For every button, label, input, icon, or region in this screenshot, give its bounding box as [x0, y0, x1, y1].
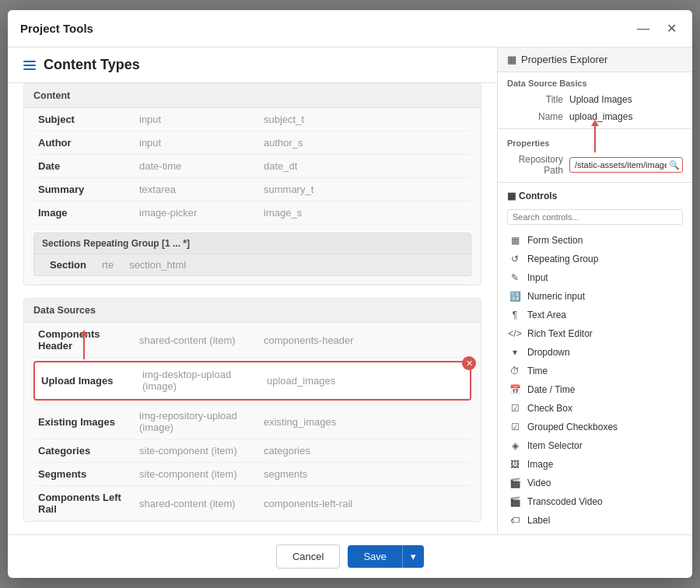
control-label: Input	[527, 272, 548, 283]
ds-name: Components Left Rail	[33, 486, 135, 521]
ds-id: segments	[259, 463, 471, 486]
panel-header: Content Types	[8, 47, 497, 83]
content-table: Subject input subject_t Author input aut…	[33, 108, 471, 285]
refresh-icon: ↺	[509, 253, 521, 265]
time-icon: ⏱	[509, 365, 521, 377]
control-label: Label	[527, 515, 550, 526]
datasources-section-body: Components Header shared-content (item) …	[24, 323, 481, 521]
title-prop-row: Title Upload Images	[498, 91, 692, 108]
ds-type: img-repository-upload(image)	[135, 404, 259, 439]
upload-images-name: Upload Images	[35, 362, 136, 399]
table-row: Subject input subject_t	[33, 108, 471, 131]
repeating-group-body: Section rte section_html	[34, 254, 471, 275]
control-item-transcoded-video[interactable]: 🎬 Transcoded Video	[498, 492, 692, 511]
transcoded-video-icon: 🎬	[509, 495, 521, 508]
ds-type: shared-content (item)	[135, 486, 259, 521]
field-type: image-picker	[135, 201, 259, 225]
close-button[interactable]: ✕	[663, 19, 680, 37]
image-icon: 🖼	[509, 458, 521, 471]
save-button-group: Save ▾	[348, 545, 424, 568]
table-row: Components Header shared-content (item) …	[33, 323, 471, 358]
upload-images-id: upload_images	[261, 362, 470, 399]
dialog-title: Project Tools	[20, 22, 93, 35]
control-item-grouped-checkboxes[interactable]: ☑ Grouped Checkboxes	[498, 418, 692, 436]
field-type: date-time	[135, 155, 259, 178]
upload-images-highlight: ✕ Upload Images img-desktop-upload(image…	[33, 361, 471, 401]
control-item-form-section[interactable]: ▦ Form Section	[498, 231, 692, 250]
section-field-type: rte	[102, 259, 114, 271]
control-item-repeating-group[interactable]: ↺ Repeating Group	[498, 250, 692, 268]
main-panel: Content Types Content Subject input subj…	[8, 47, 498, 534]
panel-title: Content Types	[44, 57, 140, 73]
table-row: Summary textarea summary_t	[33, 178, 471, 201]
right-panel: ▦ Properties Explorer Data Source Basics…	[498, 47, 692, 534]
main-content: Content Subject input subject_t Author	[8, 83, 497, 534]
repeating-group-title: Sections Repeating Group [1 ... *]	[34, 233, 471, 254]
close-highlight-button[interactable]: ✕	[462, 356, 476, 370]
field-type: input	[135, 108, 259, 131]
control-item-input[interactable]: ✎ Input	[498, 268, 692, 287]
control-item-image[interactable]: 🖼 Image	[498, 455, 692, 474]
field-name: Date	[33, 155, 135, 178]
dialog-body: Content Types Content Subject input subj…	[8, 47, 692, 534]
field-id: author_s	[259, 131, 471, 155]
field-id: date_dt	[259, 155, 471, 178]
dialog-footer: Cancel Save ▾	[8, 534, 692, 578]
save-button[interactable]: Save	[348, 545, 402, 568]
minimize-button[interactable]: —	[634, 19, 653, 37]
content-section-body: Subject input subject_t Author input aut…	[24, 108, 481, 285]
field-type: textarea	[135, 178, 259, 201]
controls-list: ▦ Form Section ↺ Repeating Group ✎ Input…	[498, 228, 692, 534]
controls-search-input[interactable]	[507, 209, 683, 225]
control-item-datetime[interactable]: 📅 Date / Time	[498, 380, 692, 399]
control-item-video[interactable]: 🎬 Video	[498, 474, 692, 492]
properties-content: Data Source Basics Title Upload Images N…	[498, 72, 692, 534]
field-type: input	[135, 131, 259, 155]
section-field-id: section_html	[129, 259, 186, 271]
checkbox-icon: ☑	[509, 402, 521, 415]
header-controls: — ✕	[634, 19, 680, 37]
ds-type: site-component (item)	[135, 463, 259, 486]
section-field-name: Section	[50, 259, 86, 271]
control-item-rich-text-editor[interactable]: </> Rich Text Editor	[498, 324, 692, 343]
hamburger-icon[interactable]	[23, 61, 36, 70]
control-item-time[interactable]: ⏱ Time	[498, 362, 692, 380]
control-label: Text Area	[527, 310, 566, 320]
control-label: Video	[527, 478, 551, 488]
properties-explorer-icon: ▦	[507, 54, 516, 65]
control-item-label[interactable]: 🏷 Label	[498, 511, 692, 530]
control-label: Date / Time	[527, 384, 575, 395]
ds-name: Segments	[33, 463, 135, 486]
control-item-text-area[interactable]: ¶ Text Area	[498, 306, 692, 324]
field-id: subject_t	[259, 108, 471, 131]
repo-path-input[interactable]	[569, 157, 683, 173]
title-prop-value: Upload Images	[569, 94, 632, 105]
repo-path-label: Repository Path	[507, 154, 569, 176]
control-item-checkbox[interactable]: ☑ Check Box	[498, 399, 692, 418]
control-label: Dropdown	[527, 347, 570, 358]
control-item-dropdown[interactable]: ▾ Dropdown	[498, 343, 692, 362]
content-section-title: Content	[24, 84, 481, 108]
table-row: Date date-time date_dt	[33, 155, 471, 178]
save-dropdown-button[interactable]: ▾	[402, 545, 424, 568]
datetime-icon: 📅	[509, 383, 521, 396]
numeric-icon: 🔢	[509, 290, 521, 303]
search-icon: 🔍	[669, 160, 680, 170]
name-prop-value: upload_images	[569, 111, 632, 122]
controls-expand-icon: ▦	[507, 191, 516, 201]
repo-path-input-wrapper: 🔍	[569, 157, 683, 173]
control-item-item-selector[interactable]: ◈ Item Selector	[498, 436, 692, 455]
ds-name: Components Header	[33, 323, 135, 358]
datasources-section: Data Sources Components Header shared-co…	[23, 298, 481, 522]
ds-type: shared-content (item)	[135, 323, 259, 358]
item-selector-icon: ◈	[509, 439, 521, 452]
control-item-numeric-input[interactable]: 🔢 Numeric input	[498, 287, 692, 306]
code-icon: </>	[509, 327, 521, 340]
datasources-table: Components Header shared-content (item) …	[33, 323, 471, 521]
cancel-button[interactable]: Cancel	[276, 544, 340, 569]
control-label: Check Box	[527, 403, 572, 414]
control-label: Image	[527, 459, 553, 470]
table-row: Components Left Rail shared-content (ite…	[33, 486, 471, 521]
grid-icon: ▦	[509, 234, 521, 247]
control-label: Form Section	[527, 235, 583, 246]
